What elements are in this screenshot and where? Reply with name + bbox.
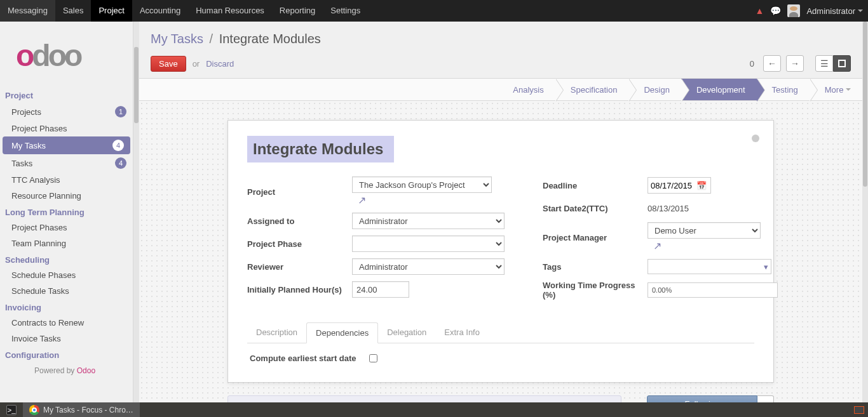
compute-earliest-checkbox[interactable] xyxy=(369,354,377,362)
top-menu-project[interactable]: Project xyxy=(91,0,132,22)
warning-icon[interactable]: ▲ xyxy=(756,6,764,16)
tab-description[interactable]: Description xyxy=(247,322,306,343)
nav-item-label: Project Phases xyxy=(11,223,67,232)
project-external-link-icon[interactable]: ↗ xyxy=(355,193,369,207)
chrome-icon xyxy=(29,405,39,415)
calendar-icon[interactable]: 📅 xyxy=(695,181,708,190)
compute-earliest-label: Compute earliest start date xyxy=(250,354,356,363)
progress-label: Working Time Progress (%) xyxy=(543,281,648,300)
pager-next-button[interactable] xyxy=(786,55,804,72)
user-menu-dropdown[interactable]: Administrator xyxy=(806,6,863,16)
top-menu-settings[interactable]: Settings xyxy=(323,0,368,22)
main-scrollbar[interactable] xyxy=(862,22,868,402)
project-select[interactable]: The Jackson Group's Project xyxy=(352,176,492,193)
odoo-link[interactable]: Odoo xyxy=(77,366,95,375)
breadcrumb-parent[interactable]: My Tasks xyxy=(151,32,203,46)
phase-label: Project Phase xyxy=(247,239,352,249)
nav-item-schedule-phases[interactable]: Schedule Phases xyxy=(0,267,133,283)
statusbar: Analysis Specification Design Developmen… xyxy=(139,78,862,101)
stage-development[interactable]: Development xyxy=(681,79,757,100)
nav-item-label: Projects xyxy=(11,107,41,117)
control-row: Save or Discard 0 xyxy=(139,50,862,78)
start-date2-label: Start Date2(TTC) xyxy=(543,204,648,213)
pager-count: 0 xyxy=(750,59,754,69)
following-button[interactable]: Following xyxy=(647,395,757,402)
planned-hours-input[interactable] xyxy=(352,281,409,298)
sidebar-scrollbar[interactable] xyxy=(133,22,139,402)
nav-item-label: Resource Planning xyxy=(11,191,81,201)
view-switcher xyxy=(815,55,851,72)
stage-specification[interactable]: Specification xyxy=(555,79,629,100)
pager-prev-button[interactable] xyxy=(763,55,781,72)
reviewer-select[interactable]: Administrator xyxy=(352,258,505,275)
powered-by: Powered by Odoo xyxy=(0,362,133,379)
deadline-date-input[interactable]: 📅 xyxy=(648,177,711,194)
progress-input[interactable] xyxy=(648,282,778,298)
nav-item-contracts-renew[interactable]: Contracts to Renew xyxy=(0,315,133,331)
compose-bar: Send a message or Log an internal note xyxy=(227,395,621,402)
logo[interactable]: odoo xyxy=(0,22,133,87)
nav-badge: 1 xyxy=(115,106,126,117)
nav-item-invoice-tasks[interactable]: Invoice Tasks xyxy=(0,331,133,347)
top-menu-sales[interactable]: Sales xyxy=(55,0,92,22)
tags-input[interactable]: ▾ xyxy=(648,259,771,274)
top-menu-hr[interactable]: Human Resources xyxy=(188,0,272,22)
os-taskbar: >_ My Tasks - Focus - Chro… xyxy=(0,402,868,417)
nav-item-schedule-tasks[interactable]: Schedule Tasks xyxy=(0,283,133,299)
deadline-input[interactable] xyxy=(648,180,695,192)
nav-item-label: Invoice Tasks xyxy=(11,334,61,343)
record-title-input[interactable]: Integrate Modules xyxy=(247,136,394,162)
top-menu-messaging[interactable]: Messaging xyxy=(0,0,55,22)
project-label: Project xyxy=(247,187,352,197)
chatter: Send a message or Log an internal note T… xyxy=(227,395,774,402)
nav-section-project[interactable]: Project xyxy=(0,87,133,103)
user-name-label: Administrator xyxy=(806,6,855,16)
nav-item-team-planning[interactable]: Team Planning xyxy=(0,235,133,251)
nav-item-label: Schedule Phases xyxy=(11,270,76,280)
phase-select[interactable] xyxy=(352,235,505,252)
nav-item-project-phases[interactable]: Project Phases xyxy=(0,121,133,136)
nav-item-label: Project Phases xyxy=(11,124,67,133)
following-dropdown-button[interactable] xyxy=(757,395,774,402)
pm-external-link-icon[interactable]: ↗ xyxy=(650,239,664,253)
nav-item-ttc-analysis[interactable]: TTC Analysis xyxy=(0,172,133,188)
nav-item-label: TTC Analysis xyxy=(11,175,60,185)
kanban-state-icon[interactable] xyxy=(752,135,759,142)
save-button[interactable]: Save xyxy=(151,56,186,72)
caret-down-icon xyxy=(858,10,863,12)
nav-section-invoicing[interactable]: Invoicing xyxy=(0,299,133,315)
discard-button[interactable]: Discard xyxy=(206,59,234,69)
deadline-label: Deadline xyxy=(543,181,648,190)
form-view-button[interactable] xyxy=(833,55,851,72)
nav-section-long-term[interactable]: Long Term Planning xyxy=(0,204,133,220)
nav-item-projects[interactable]: Projects 1 xyxy=(0,103,133,121)
nav-item-resource-planning[interactable]: Resource Planning xyxy=(0,188,133,204)
nav-section-configuration[interactable]: Configuration xyxy=(0,347,133,362)
top-menu-reporting[interactable]: Reporting xyxy=(272,0,323,22)
chat-icon[interactable]: 💬 xyxy=(770,6,781,16)
user-avatar-icon[interactable] xyxy=(787,4,800,17)
start-date2-value: 08/13/2015 xyxy=(648,204,778,213)
list-view-button[interactable] xyxy=(815,55,833,72)
tab-extra-info[interactable]: Extra Info xyxy=(435,322,489,343)
nav-item-label: Contracts to Renew xyxy=(11,318,84,328)
assigned-select[interactable]: Administrator xyxy=(352,213,505,229)
nav-item-tasks[interactable]: Tasks 4 xyxy=(0,154,133,172)
nav-item-lt-project-phases[interactable]: Project Phases xyxy=(0,220,133,235)
nav-section-scheduling[interactable]: Scheduling xyxy=(0,251,133,267)
taskbar-chrome[interactable]: My Tasks - Focus - Chro… xyxy=(23,402,140,417)
breadcrumb-separator: / xyxy=(210,32,214,46)
tab-delegation[interactable]: Delegation xyxy=(378,322,435,343)
terminal-icon: >_ xyxy=(6,405,17,415)
taskbar-show-desktop[interactable] xyxy=(850,402,868,417)
taskbar-window-title: My Tasks - Focus - Chro… xyxy=(43,406,133,414)
stage-analysis[interactable]: Analysis xyxy=(498,79,555,100)
tab-dependencies[interactable]: Dependencies xyxy=(306,322,378,343)
nav-item-label: My Tasks xyxy=(11,141,46,150)
tab-body: Compute earliest start date xyxy=(247,343,754,369)
taskbar-terminal[interactable]: >_ xyxy=(0,402,23,417)
nav-item-my-tasks[interactable]: My Tasks 4 xyxy=(3,136,130,154)
top-menu-accounting[interactable]: Accounting xyxy=(132,0,188,22)
project-manager-select[interactable]: Demo User xyxy=(648,222,761,239)
sidebar: odoo Project Projects 1 Project Phases M… xyxy=(0,22,133,402)
